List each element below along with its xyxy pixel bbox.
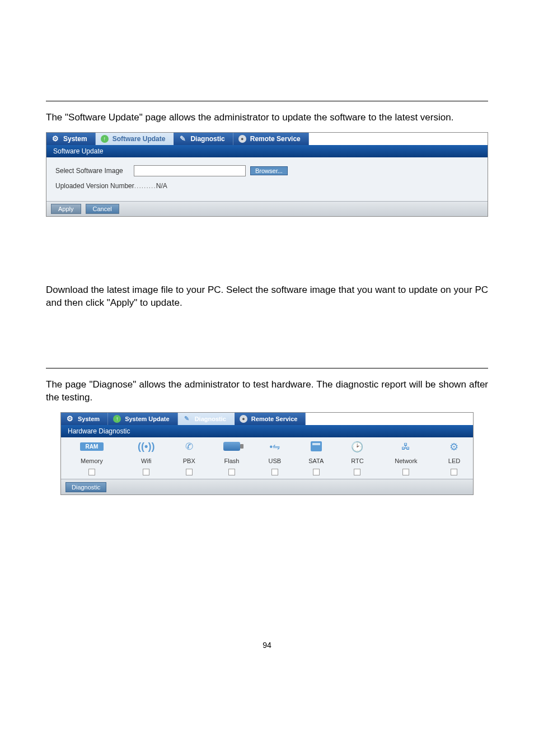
- remote-service-icon: ●: [239, 414, 248, 423]
- diag-tab-system-update-label: System Update: [125, 416, 169, 422]
- gear-icon: ⚙: [65, 414, 74, 423]
- col-wifi: Wifi: [123, 455, 170, 466]
- tab-remote-label: Remote Service: [250, 135, 301, 143]
- flash-icon: [223, 442, 240, 451]
- rtc-icon: 🕑: [351, 441, 363, 452]
- page-number: 94: [46, 641, 488, 650]
- wifi-icon: ((•)): [138, 441, 154, 452]
- led-icon: ⚙: [449, 441, 458, 452]
- uploaded-version-dots: .........: [134, 182, 156, 190]
- memory-icon: RAM: [80, 442, 104, 451]
- check-wifi[interactable]: [143, 469, 149, 475]
- diagnostic-icon: ✎: [182, 414, 191, 423]
- check-network[interactable]: [402, 469, 409, 475]
- usb-icon: •⇋: [269, 442, 280, 451]
- check-led[interactable]: [451, 469, 457, 475]
- diag-tab-system-label: System: [78, 416, 100, 422]
- check-rtc[interactable]: [354, 469, 360, 475]
- action-bar: Apply Cancel: [46, 201, 488, 216]
- sata-icon: [311, 441, 322, 451]
- pbx-icon: ✆: [185, 441, 193, 452]
- software-image-input[interactable]: [134, 165, 246, 176]
- diag-action-bar: Diagnostic: [61, 479, 473, 494]
- diag-tab-remote[interactable]: ● Remote Service: [235, 413, 306, 425]
- uploaded-version-value: N/A: [156, 182, 167, 190]
- up-arrow-icon: ↑: [100, 134, 109, 143]
- diagnostic-screenshot: ⚙ System ↑ System Update ✎ Diagnostic ● …: [60, 412, 474, 495]
- sw-update-intro: The "Software Update" page allows the ad…: [46, 111, 488, 124]
- col-sata: SATA: [294, 455, 338, 466]
- select-software-label: Select Software Image: [55, 167, 134, 175]
- check-flash[interactable]: [228, 469, 235, 475]
- panel-title: Software Update: [46, 145, 488, 157]
- software-update-screenshot: ⚙ System ↑ Software Update ✎ Diagnostic …: [46, 132, 488, 217]
- diagnostic-button[interactable]: Diagnostic: [65, 482, 106, 492]
- check-usb[interactable]: [271, 469, 278, 475]
- diag-tab-system-update[interactable]: ↑ System Update: [108, 413, 177, 425]
- diag-tab-row: ⚙ System ↑ System Update ✎ Diagnostic ● …: [61, 413, 473, 425]
- uploaded-version-label: Uploaded Version Number: [55, 182, 134, 190]
- gear-icon: ⚙: [51, 134, 60, 143]
- network-icon: 🖧: [401, 442, 410, 451]
- remote-service-icon: ●: [238, 134, 247, 143]
- software-update-body: Select Software Image Browser... Uploade…: [46, 157, 488, 201]
- tab-system-label: System: [63, 135, 87, 143]
- check-memory[interactable]: [88, 469, 95, 475]
- col-network: Network: [377, 455, 435, 466]
- sw-update-instruction: Download the latest image file to your P…: [46, 284, 488, 310]
- tab-diagnostic-label: Diagnostic: [190, 135, 224, 143]
- col-rtc: RTC: [338, 455, 377, 466]
- tab-diagnostic[interactable]: ✎ Diagnostic: [174, 133, 233, 145]
- diagnostic-table: RAM ((•)) ✆ •⇋ 🕑 🖧 ⚙ Memory Wifi PBX Fla…: [61, 437, 473, 479]
- up-arrow-icon: ↑: [113, 414, 121, 423]
- diagnostic-icon: ✎: [178, 134, 187, 143]
- cancel-button[interactable]: Cancel: [86, 204, 119, 214]
- col-memory: Memory: [61, 455, 123, 466]
- col-pbx: PBX: [170, 455, 208, 466]
- check-pbx[interactable]: [186, 469, 193, 475]
- diag-tab-remote-label: Remote Service: [251, 416, 298, 422]
- tab-row: ⚙ System ↑ Software Update ✎ Diagnostic …: [46, 133, 488, 145]
- apply-button[interactable]: Apply: [51, 204, 81, 214]
- col-led: LED: [435, 455, 473, 466]
- diag-tab-system[interactable]: ⚙ System: [61, 413, 108, 425]
- col-usb: USB: [255, 455, 294, 466]
- tab-system[interactable]: ⚙ System: [46, 133, 96, 145]
- tab-software-update[interactable]: ↑ Software Update: [96, 133, 174, 145]
- diag-tab-diagnostic[interactable]: ✎ Diagnostic: [178, 413, 235, 425]
- tab-remote-service[interactable]: ● Remote Service: [233, 133, 309, 145]
- tab-software-update-label: Software Update: [113, 135, 166, 143]
- col-flash: Flash: [208, 455, 255, 466]
- check-sata[interactable]: [313, 469, 320, 475]
- browser-button[interactable]: Browser...: [250, 166, 288, 175]
- diag-tab-diagnostic-label: Diagnostic: [195, 416, 226, 422]
- diag-panel-title: Hardware Diagnostic: [61, 425, 473, 437]
- diagnose-intro: The page "Diagnose" allows the administr…: [46, 379, 488, 404]
